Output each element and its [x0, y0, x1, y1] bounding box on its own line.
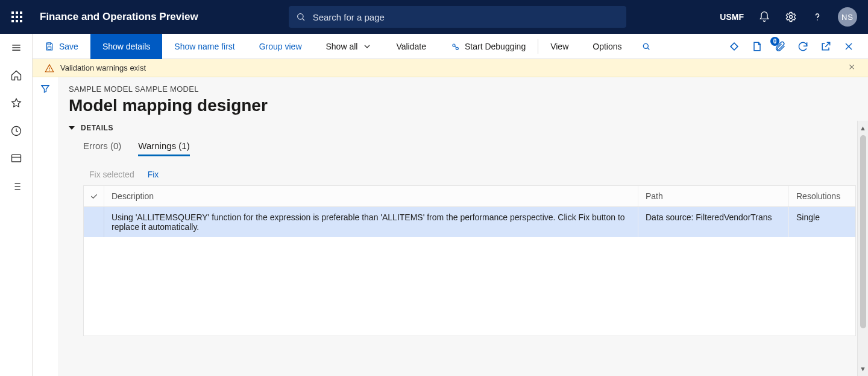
svg-rect-17 [48, 46, 51, 49]
nav-workspaces[interactable] [0, 145, 32, 173]
nav-favorites[interactable] [0, 89, 32, 117]
warning-icon [45, 63, 54, 73]
group-view-label: Group view [259, 42, 302, 51]
show-name-first-label: Show name first [174, 42, 234, 51]
clock-icon [10, 125, 22, 137]
open-in-new-window-button[interactable] [820, 40, 832, 53]
validate-button[interactable]: Validate [384, 34, 438, 59]
options-label: Options [593, 42, 621, 51]
vertical-scrollbar[interactable]: ▲ ▼ [857, 121, 868, 376]
search-icon [641, 42, 651, 51]
close-icon [843, 40, 855, 53]
find-button[interactable] [634, 34, 658, 59]
start-debugging-button[interactable]: Start Debugging [438, 34, 538, 59]
nav-expand-button[interactable] [0, 34, 32, 62]
modules-icon [10, 180, 22, 193]
gear-icon [785, 11, 797, 23]
diamond-icon [728, 40, 740, 53]
select-all-checkbox[interactable] [84, 186, 104, 206]
show-details-button[interactable]: Show details [90, 34, 162, 59]
col-path[interactable]: Path [638, 186, 789, 206]
refresh-icon [797, 40, 809, 53]
settings-button[interactable] [785, 11, 797, 23]
attachment-count-badge: 0 [770, 37, 779, 46]
nav-rail [0, 34, 33, 376]
chevron-down-icon [362, 42, 372, 51]
search-placeholder: Search for a page [313, 12, 385, 22]
tab-errors-label: Errors (0) [83, 141, 121, 151]
validate-label: Validate [396, 42, 426, 51]
scroll-thumb[interactable] [860, 135, 866, 328]
col-description[interactable]: Description [104, 186, 638, 206]
personalize-button[interactable] [728, 40, 740, 53]
svg-point-20 [643, 43, 648, 48]
popout-icon [820, 40, 832, 53]
page-title: Model mapping designer [69, 96, 856, 115]
save-label: Save [59, 42, 78, 51]
search-icon [296, 12, 306, 22]
help-button[interactable] [811, 11, 823, 23]
show-all-dropdown[interactable]: Show all [314, 34, 385, 59]
action-pane: Save Show details Show name first Group … [33, 34, 868, 59]
svg-point-26 [49, 70, 49, 71]
svg-point-3 [817, 19, 818, 21]
svg-point-0 [297, 14, 303, 19]
global-search-input[interactable]: Search for a page [289, 6, 626, 28]
check-icon [89, 191, 99, 201]
app-title: Finance and Operations Preview [34, 11, 204, 23]
row-select-cell[interactable] [84, 207, 104, 237]
grid-row[interactable]: Using 'ALLITEMSQUERY' function for the e… [84, 207, 855, 237]
refresh-button[interactable] [797, 40, 809, 53]
view-menu[interactable]: View [538, 34, 580, 59]
notifications-button[interactable] [758, 11, 770, 23]
top-bar: Finance and Operations Preview Search fo… [0, 0, 868, 34]
waffle-icon [11, 11, 22, 22]
attachments-button[interactable]: 0 [774, 40, 786, 53]
home-icon [10, 69, 22, 81]
options-menu[interactable]: Options [580, 34, 634, 59]
close-page-button[interactable] [843, 40, 855, 53]
svg-rect-8 [11, 155, 20, 162]
nav-recent[interactable] [0, 117, 32, 145]
start-debugging-label: Start Debugging [465, 42, 526, 51]
scroll-down-arrow[interactable]: ▼ [860, 365, 866, 372]
save-button[interactable]: Save [33, 34, 90, 59]
filter-icon [40, 83, 51, 94]
close-icon [848, 63, 856, 71]
caret-down-icon [69, 126, 75, 130]
app-launcher-button[interactable] [0, 0, 34, 34]
tab-warnings[interactable]: Warnings (1) [138, 141, 189, 156]
nav-home[interactable] [0, 62, 32, 89]
save-icon [45, 42, 54, 51]
svg-point-18 [453, 44, 455, 46]
svg-rect-16 [48, 43, 51, 45]
group-view-button[interactable]: Group view [247, 34, 314, 59]
grid-header: Description Path Resolutions [84, 186, 855, 207]
filter-pane-toggle[interactable] [33, 77, 58, 376]
svg-point-2 [790, 16, 793, 19]
tab-errors[interactable]: Errors (0) [83, 141, 121, 156]
show-name-first-button[interactable]: Show name first [162, 34, 247, 59]
message-bar-close[interactable] [848, 63, 856, 73]
svg-line-21 [647, 48, 649, 49]
svg-line-1 [303, 19, 304, 21]
open-in-office-button[interactable] [751, 40, 763, 53]
workspace-icon [10, 153, 22, 165]
company-picker[interactable]: USMF [720, 12, 744, 22]
view-label: View [550, 42, 568, 51]
fix-selected-button: Fix selected [89, 170, 134, 179]
warnings-grid: Description Path Resolutions Using 'ALLI… [83, 185, 856, 336]
hamburger-icon [10, 42, 22, 54]
user-avatar[interactable]: NS [838, 7, 857, 27]
scroll-up-arrow[interactable]: ▲ [860, 124, 866, 132]
fix-button[interactable]: Fix [148, 170, 159, 179]
cell-path: Data source: FilteredVendorTrans [638, 207, 789, 237]
nav-modules[interactable] [0, 173, 32, 200]
bell-icon [758, 11, 770, 23]
col-resolutions[interactable]: Resolutions [789, 186, 855, 206]
show-all-label: Show all [326, 42, 358, 51]
cell-description: Using 'ALLITEMSQUERY' function for the e… [104, 207, 638, 237]
details-section-header[interactable]: DETAILS [69, 124, 856, 132]
cell-resolutions: Single [789, 207, 855, 237]
star-icon [10, 97, 22, 109]
